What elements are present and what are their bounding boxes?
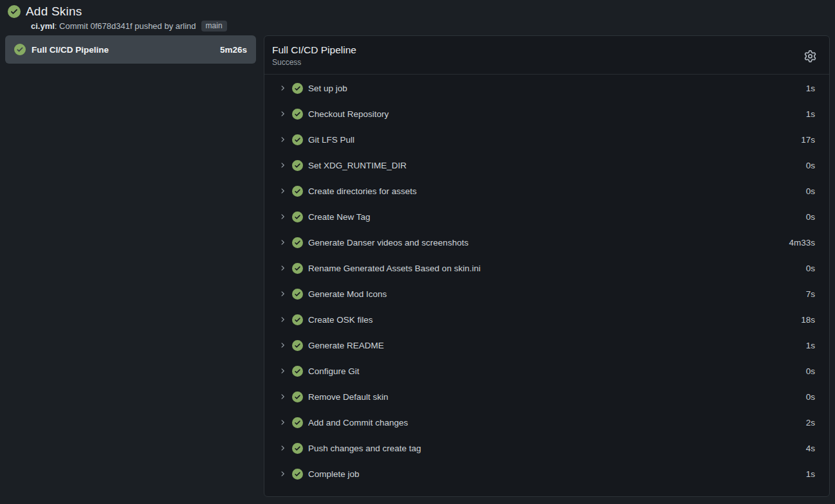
chevron-right-icon bbox=[279, 470, 286, 478]
step-name: Create OSK files bbox=[308, 315, 793, 325]
job-name: Full CI/CD Pipeline bbox=[32, 45, 214, 55]
step-row[interactable]: Complete job 1s bbox=[264, 461, 829, 487]
step-duration: 4s bbox=[806, 444, 815, 453]
step-duration: 1s bbox=[806, 84, 815, 93]
step-success-check-circle-icon bbox=[292, 469, 303, 480]
step-success-check-circle-icon bbox=[292, 366, 303, 377]
step-duration: 1s bbox=[806, 341, 815, 350]
step-row[interactable]: Set XDG_RUNTIME_DIR 0s bbox=[264, 152, 829, 178]
step-success-check-circle-icon bbox=[292, 392, 303, 402]
step-name: Configure Git bbox=[308, 366, 798, 376]
step-name: Remove Default skin bbox=[308, 392, 798, 402]
run-header: Add Skins ci.yml: Commit 0f678d341f push… bbox=[0, 0, 835, 35]
chevron-right-icon bbox=[279, 341, 286, 349]
step-duration: 18s bbox=[801, 315, 815, 325]
step-name: Set up job bbox=[308, 84, 798, 93]
step-row[interactable]: Set up job 1s bbox=[264, 75, 829, 101]
step-name: Git LFS Pull bbox=[308, 135, 793, 145]
step-row[interactable]: Add and Commit changes 2s bbox=[264, 410, 829, 435]
step-duration: 0s bbox=[806, 366, 815, 376]
chevron-right-icon bbox=[279, 84, 286, 92]
step-duration: 7s bbox=[806, 289, 815, 299]
chevron-right-icon bbox=[279, 239, 286, 246]
step-success-check-circle-icon bbox=[292, 443, 303, 454]
author-link[interactable]: arlind bbox=[176, 21, 196, 31]
step-name: Complete job bbox=[308, 469, 798, 479]
chevron-right-icon bbox=[279, 161, 286, 169]
job-panel-title: Full CI/CD Pipeline bbox=[272, 44, 819, 56]
step-success-check-circle-icon bbox=[292, 134, 303, 145]
step-name: Generate Mod Icons bbox=[308, 289, 798, 299]
step-success-check-circle-icon bbox=[292, 340, 303, 351]
sidebar-job-item[interactable]: Full CI/CD Pipeline 5m26s bbox=[5, 35, 256, 64]
step-row[interactable]: Git LFS Pull 17s bbox=[264, 127, 829, 152]
branch-badge[interactable]: main bbox=[201, 21, 227, 32]
chevron-right-icon bbox=[279, 264, 286, 272]
step-row[interactable]: Push changes and create tag 4s bbox=[264, 435, 829, 461]
chevron-right-icon bbox=[279, 290, 286, 298]
step-success-check-circle-icon bbox=[292, 160, 303, 171]
chevron-right-icon bbox=[279, 110, 286, 118]
step-row[interactable]: Checkout Repository 1s bbox=[264, 101, 829, 127]
step-duration: 0s bbox=[806, 264, 815, 273]
step-success-check-circle-icon bbox=[292, 417, 303, 428]
step-success-check-circle-icon bbox=[292, 237, 303, 248]
step-duration: 2s bbox=[806, 418, 815, 428]
step-name: Rename Generated Assets Based on skin.in… bbox=[308, 264, 798, 273]
step-row[interactable]: Configure Git 0s bbox=[264, 358, 829, 384]
step-row[interactable]: Create directories for assets 0s bbox=[264, 178, 829, 204]
commit-text: : Commit bbox=[55, 21, 91, 31]
step-row[interactable]: Generate README 1s bbox=[264, 332, 829, 358]
run-success-check-circle-icon bbox=[8, 5, 21, 18]
commit-sha-link[interactable]: 0f678d341f bbox=[90, 21, 132, 31]
pushed-by-text: pushed by bbox=[133, 21, 176, 31]
step-name: Create New Tag bbox=[308, 212, 798, 222]
step-name: Generate Danser videos and screenshots bbox=[308, 238, 781, 248]
step-success-check-circle-icon bbox=[292, 186, 303, 197]
step-duration: 1s bbox=[806, 469, 815, 479]
step-duration: 1s bbox=[806, 109, 815, 119]
step-row[interactable]: Create New Tag 0s bbox=[264, 204, 829, 230]
jobs-sidebar: Full CI/CD Pipeline 5m26s bbox=[5, 35, 256, 64]
run-content: Full CI/CD Pipeline 5m26s Full CI/CD Pip… bbox=[0, 35, 835, 497]
step-row[interactable]: Remove Default skin 0s bbox=[264, 384, 829, 410]
steps-list: Set up job 1s Checkout Reposi bbox=[264, 75, 829, 492]
step-row[interactable]: Generate Danser videos and screenshots 4… bbox=[264, 230, 829, 255]
step-duration: 0s bbox=[806, 161, 815, 170]
step-success-check-circle-icon bbox=[292, 109, 303, 120]
step-row[interactable]: Create OSK files 18s bbox=[264, 307, 829, 332]
step-success-check-circle-icon bbox=[292, 212, 303, 222]
step-row[interactable]: Rename Generated Assets Based on skin.in… bbox=[264, 255, 829, 281]
step-success-check-circle-icon bbox=[292, 314, 303, 325]
chevron-right-icon bbox=[279, 213, 286, 221]
step-name: Add and Commit changes bbox=[308, 418, 798, 428]
step-duration: 0s bbox=[806, 186, 815, 196]
workflow-file-link[interactable]: ci.yml bbox=[31, 21, 55, 31]
job-success-check-circle-icon bbox=[14, 44, 26, 55]
run-subtitle: ci.yml: Commit 0f678d341f pushed by arli… bbox=[31, 21, 827, 32]
step-name: Generate README bbox=[308, 341, 798, 350]
job-duration: 5m26s bbox=[220, 45, 247, 55]
chevron-right-icon bbox=[279, 393, 286, 401]
step-success-check-circle-icon bbox=[292, 263, 303, 274]
step-row[interactable]: Generate Mod Icons 7s bbox=[264, 281, 829, 307]
chevron-right-icon bbox=[279, 316, 286, 323]
chevron-right-icon bbox=[279, 367, 286, 375]
chevron-right-icon bbox=[279, 419, 286, 426]
step-name: Push changes and create tag bbox=[308, 444, 798, 453]
step-name: Checkout Repository bbox=[308, 109, 798, 119]
job-status-text: Success bbox=[272, 58, 819, 67]
step-duration: 17s bbox=[801, 135, 815, 145]
job-panel: Full CI/CD Pipeline Success bbox=[264, 35, 830, 497]
step-duration: 0s bbox=[806, 392, 815, 402]
chevron-right-icon bbox=[279, 187, 286, 195]
step-duration: 4m33s bbox=[789, 238, 815, 248]
gear-icon[interactable] bbox=[804, 50, 816, 62]
step-success-check-circle-icon bbox=[292, 83, 303, 94]
chevron-right-icon bbox=[279, 136, 286, 143]
run-title: Add Skins bbox=[26, 4, 82, 19]
step-name: Set XDG_RUNTIME_DIR bbox=[308, 161, 798, 170]
step-name: Create directories for assets bbox=[308, 186, 798, 196]
job-panel-header: Full CI/CD Pipeline Success bbox=[264, 36, 829, 75]
step-duration: 0s bbox=[806, 212, 815, 222]
